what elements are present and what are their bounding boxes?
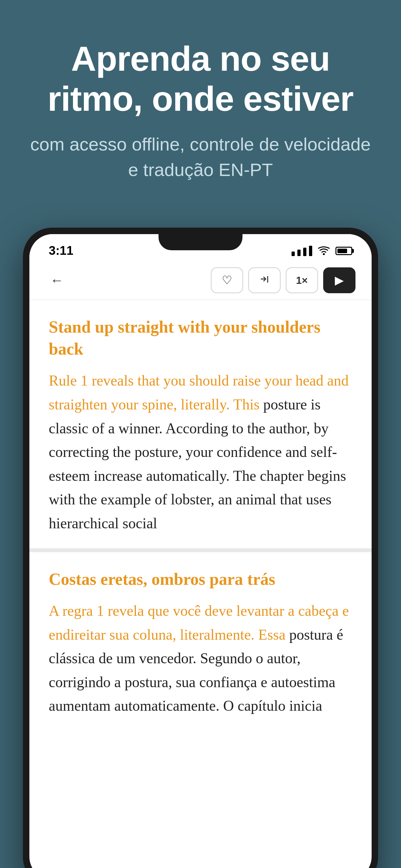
phone-frame: 3:11	[23, 228, 378, 868]
signal-icon	[291, 246, 312, 256]
content-heading-en: Stand up straight with your shoulders ba…	[49, 316, 352, 360]
toolbar: ← ♡ 1×	[29, 261, 372, 300]
back-button[interactable]: ←	[45, 269, 68, 291]
phone-container: 3:11	[0, 208, 401, 868]
content-body-en: Rule 1 reveals that you should raise you…	[49, 369, 352, 535]
battery-icon	[335, 247, 352, 255]
share-button[interactable]	[248, 268, 281, 293]
share-icon	[258, 273, 270, 288]
phone-screen: 3:11	[29, 234, 372, 868]
hero-title: Aprenda no seu ritmo, onde estiver	[26, 39, 375, 119]
wifi-icon	[318, 246, 330, 255]
hero-section: Aprenda no seu ritmo, onde estiver com a…	[0, 0, 401, 208]
heart-icon: ♡	[222, 274, 232, 287]
svg-point-0	[323, 253, 325, 255]
heart-button[interactable]: ♡	[211, 268, 243, 293]
section-divider	[29, 548, 372, 552]
status-time: 3:11	[49, 244, 73, 258]
content-portuguese: Costas eretas, ombros para trás A regra …	[29, 565, 372, 738]
toolbar-right: ♡ 1× ▶	[211, 268, 356, 293]
content-english: Stand up straight with your shoulders ba…	[29, 300, 372, 535]
content-heading-pt: Costas eretas, ombros para trás	[49, 568, 352, 590]
content-body-pt: A regra 1 revela que você deve levantar …	[49, 599, 352, 718]
status-icons	[291, 246, 352, 256]
hero-subtitle: com acesso offline, controle de velocida…	[26, 132, 375, 182]
play-button[interactable]: ▶	[323, 268, 356, 293]
content-rest-en: posture is classic of a winner. Accordin…	[49, 396, 346, 531]
play-icon: ▶	[335, 274, 344, 287]
phone-notch	[158, 234, 243, 250]
back-arrow-icon: ←	[50, 273, 64, 288]
speed-label: 1×	[296, 275, 308, 286]
speed-button[interactable]: 1×	[286, 268, 318, 293]
